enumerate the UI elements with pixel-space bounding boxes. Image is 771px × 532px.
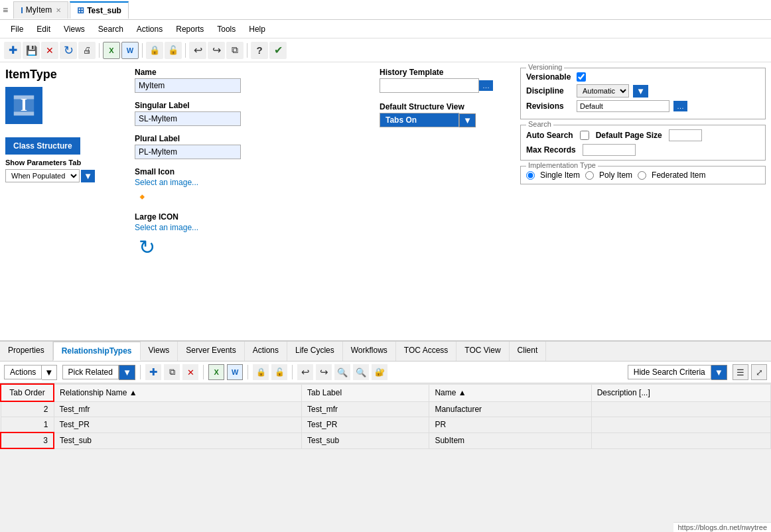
poly-item-radio[interactable]: [585, 171, 594, 180]
tab-myitem-close[interactable]: ✕: [56, 7, 61, 14]
bottom-lock-btn[interactable]: 🔒: [253, 364, 269, 380]
redo-button[interactable]: ↪: [208, 42, 225, 59]
large-icon-link[interactable]: Select an image...: [135, 223, 368, 232]
discipline-dropdown-btn[interactable]: ▼: [633, 85, 648, 98]
tab-toc-access[interactable]: TOC Access: [396, 342, 456, 361]
print-button[interactable]: 🖨: [78, 42, 96, 59]
tab-workflows[interactable]: Workflows: [343, 342, 396, 361]
tab-life-cycles[interactable]: Life Cycles: [287, 342, 343, 361]
discipline-select[interactable]: Automatic: [577, 84, 629, 98]
history-template-more-btn[interactable]: …: [479, 80, 493, 91]
bottom-unlock-btn[interactable]: 🔓: [271, 364, 287, 380]
tab-myitem[interactable]: I MyItem ✕: [13, 1, 68, 19]
plural-input[interactable]: [135, 145, 241, 159]
small-icon-link[interactable]: Select an image...: [135, 178, 368, 187]
delete-button[interactable]: ✕: [41, 42, 58, 59]
col-name[interactable]: Name ▲: [429, 384, 591, 401]
hide-search-arrow-btn[interactable]: ▼: [711, 365, 727, 380]
menu-help[interactable]: Help: [242, 23, 272, 36]
versionable-checkbox[interactable]: [577, 72, 586, 82]
tab-actions[interactable]: Actions: [245, 342, 287, 361]
class-structure-button[interactable]: Class Structure: [5, 137, 80, 155]
svg-rect-3: [14, 112, 34, 116]
approve-button[interactable]: ✔: [269, 42, 287, 59]
tab-relationship-types[interactable]: RelationshipTypes: [53, 342, 141, 361]
versionable-label: Versionable: [526, 72, 573, 82]
tab-test-sub[interactable]: ⊞ Test_sub: [70, 1, 129, 19]
center-right-section: History Template … Default Structure Vie…: [374, 68, 520, 335]
menu-search[interactable]: Search: [92, 23, 130, 36]
sep1: [99, 43, 100, 58]
when-populated-arrow[interactable]: ▼: [81, 170, 95, 182]
relationship-types-table: Tab Order Relationship Name ▲ Tab Label …: [0, 383, 771, 449]
federated-item-radio[interactable]: [638, 171, 646, 180]
revisions-more-btn[interactable]: …: [673, 101, 687, 111]
bottom-redo-btn[interactable]: ↪: [316, 364, 332, 380]
row3-tab-order: 3: [1, 432, 54, 448]
bottom-clear-search-btn[interactable]: 🔍: [353, 364, 369, 380]
bottom-word-btn[interactable]: W: [227, 364, 243, 380]
menu-actions[interactable]: Actions: [130, 23, 169, 36]
add-button[interactable]: ✚: [4, 42, 21, 59]
tab-server-events[interactable]: Server Events: [178, 342, 244, 361]
excel-button[interactable]: X: [103, 42, 120, 59]
form-area: ItemType I Class Structure Show Paramete…: [0, 62, 771, 341]
tab-views[interactable]: Views: [141, 342, 178, 361]
search-box: Search Auto Search Default Page Size Max…: [520, 125, 766, 161]
hide-search-button[interactable]: Hide Search Criteria: [628, 365, 711, 379]
actions-arrow-btn[interactable]: ▼: [42, 365, 56, 380]
col-tab-order[interactable]: Tab Order: [1, 384, 54, 401]
expand-btn[interactable]: ⤢: [751, 364, 767, 380]
unlock-button[interactable]: 🔓: [165, 42, 182, 59]
middle-section: Name Singular Label Plural Label Small I…: [128, 68, 374, 335]
show-params-label: Show Parameters Tab: [5, 159, 81, 166]
bottom-undo-btn[interactable]: ↩: [297, 364, 313, 380]
bottom-add-btn[interactable]: ✚: [145, 364, 161, 380]
undo-button[interactable]: ↩: [189, 42, 206, 59]
bottom-lock2-btn[interactable]: 🔐: [372, 364, 387, 380]
tab-myitem-label: MyItem: [26, 5, 52, 15]
when-populated-select[interactable]: When Populated: [5, 169, 80, 182]
menu-icon[interactable]: ≡: [3, 5, 8, 15]
title-bar: ≡ I MyItem ✕ ⊞ Test_sub: [0, 0, 771, 20]
auto-search-checkbox[interactable]: [580, 131, 589, 140]
save-button[interactable]: 💾: [23, 42, 40, 59]
table-row: 2 Test_mfr Test_mfr Manufacturer: [1, 401, 771, 417]
col-description[interactable]: Description [...]: [591, 384, 770, 401]
tab-properties[interactable]: Properties: [0, 342, 53, 361]
myitem-icon: I: [21, 5, 23, 15]
refresh-button[interactable]: ↻: [60, 42, 77, 59]
bottom-excel-btn[interactable]: X: [208, 364, 224, 380]
single-item-radio[interactable]: [526, 171, 535, 180]
lock-button[interactable]: 🔒: [146, 42, 163, 59]
bottom-delete-btn[interactable]: ✕: [182, 364, 198, 380]
bottom-copy-btn[interactable]: ⧉: [164, 364, 180, 380]
menu-reports[interactable]: Reports: [169, 23, 210, 36]
history-template-label: History Template: [380, 68, 515, 77]
actions-button[interactable]: Actions: [4, 365, 42, 379]
tab-client[interactable]: Client: [510, 342, 547, 361]
menu-file[interactable]: File: [4, 23, 30, 36]
bottom-search-btn[interactable]: 🔍: [334, 364, 350, 380]
tab-toc-view[interactable]: TOC View: [456, 342, 509, 361]
menu-tools[interactable]: Tools: [210, 23, 242, 36]
max-records-input[interactable]: [583, 144, 636, 156]
menu-edit[interactable]: Edit: [30, 23, 57, 36]
grid-view-btn[interactable]: ☰: [733, 364, 748, 380]
word-button[interactable]: W: [121, 42, 139, 59]
name-input[interactable]: [135, 78, 241, 93]
history-template-input[interactable]: [380, 78, 479, 93]
pick-related-arrow-btn[interactable]: ▼: [119, 365, 135, 380]
menu-views[interactable]: Views: [57, 23, 92, 36]
copy-button[interactable]: ⧉: [226, 42, 244, 59]
default-page-size-input[interactable]: [669, 129, 702, 141]
col-tab-label[interactable]: Tab Label: [302, 384, 429, 401]
pick-related-button[interactable]: Pick Related: [62, 365, 119, 379]
help-button[interactable]: ?: [251, 42, 268, 59]
singular-input[interactable]: [135, 111, 241, 126]
col-relationship-name[interactable]: Relationship Name ▲: [54, 384, 302, 401]
single-item-label: Single Item: [540, 170, 580, 180]
row2-relationship-name: Test_PR: [54, 417, 302, 433]
dsv-arrow-btn[interactable]: ▼: [459, 113, 476, 127]
revisions-input[interactable]: [577, 100, 669, 112]
